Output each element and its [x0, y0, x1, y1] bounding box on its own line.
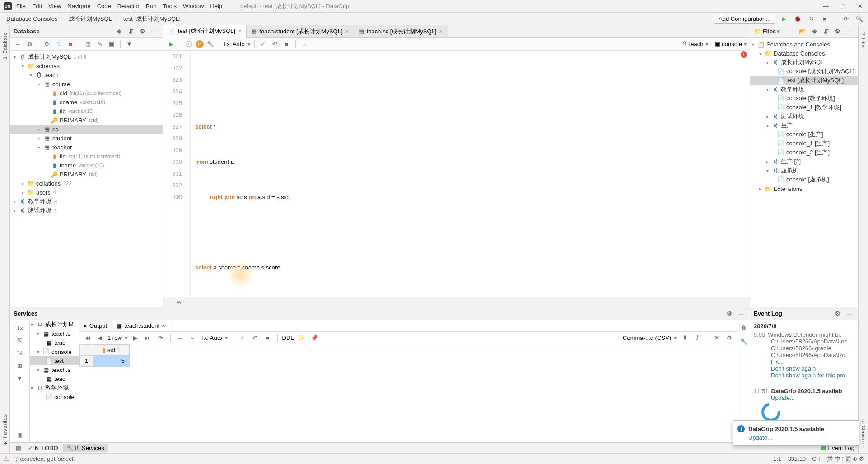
gear-icon[interactable]: ⚙: [138, 27, 148, 37]
explain-plan-icon[interactable]: P: [196, 40, 204, 48]
update-icon[interactable]: ⟳: [841, 14, 851, 24]
tx-dropdown[interactable]: Tx: Auto: [201, 334, 222, 341]
services-tab[interactable]: 🔧8: Services: [63, 444, 108, 452]
table-icon[interactable]: ▦: [83, 39, 93, 49]
code-editor[interactable]: ! 321 322 323 324 325 326 327 328 329 33…: [163, 51, 750, 297]
gear-icon[interactable]: ⚙: [724, 309, 734, 319]
tree-table-student[interactable]: ▸▦student: [10, 134, 163, 143]
menu-refactor[interactable]: Refactor: [117, 3, 140, 9]
tree-console-group[interactable]: ▾🛢生产: [750, 121, 858, 130]
ddl-button[interactable]: DDL: [282, 334, 294, 341]
export-icon[interactable]: ⤴: [692, 333, 702, 343]
collapse-icon[interactable]: ⇵: [126, 27, 136, 37]
new-icon[interactable]: ＋: [13, 39, 23, 49]
stop-icon[interactable]: ■: [820, 14, 830, 24]
breadcrumb-item[interactable]: Database Consoles: [4, 15, 60, 22]
execute-icon[interactable]: ▶: [166, 39, 176, 49]
commit-icon[interactable]: ✓: [238, 333, 247, 343]
tx-mode-dropdown[interactable]: Tx: Auto: [223, 41, 245, 47]
add-configuration-button[interactable]: Add Configuration...: [714, 14, 775, 24]
dont-show-link[interactable]: Don't show again: [771, 365, 816, 372]
tree-schemas[interactable]: ▾📁schemas: [10, 61, 163, 70]
files-tool-tab[interactable]: 2: Files: [860, 30, 867, 51]
commit-icon[interactable]: ✓: [258, 39, 268, 49]
gear-icon[interactable]: ⚙: [833, 27, 843, 37]
prev-icon[interactable]: ◀: [95, 333, 105, 343]
tree-console-file[interactable]: 📄console [生产]: [750, 130, 858, 139]
tree-datasource[interactable]: ▸🛢测试环境4: [10, 206, 163, 215]
tree-console-file[interactable]: 📄test [成长计划MySQL]: [750, 76, 858, 85]
tx-icon[interactable]: Tx: [15, 323, 25, 333]
tree-primary-key[interactable]: 🔑PRIMARY(cid): [10, 116, 163, 125]
collapse-icon[interactable]: ⇲: [15, 348, 25, 358]
stop-icon[interactable]: ■: [65, 39, 75, 49]
close-icon[interactable]: ×: [345, 28, 349, 35]
open-icon[interactable]: 📂: [798, 27, 807, 37]
tree-users[interactable]: ▸📁users4: [10, 188, 163, 197]
debug-icon[interactable]: 🐞: [793, 14, 803, 24]
next-icon[interactable]: ▶: [131, 333, 140, 343]
close-icon[interactable]: ×: [439, 28, 443, 35]
menu-view[interactable]: View: [48, 3, 61, 9]
filter-icon[interactable]: ▼: [124, 39, 134, 49]
popup-update-link[interactable]: Update...: [748, 434, 772, 441]
output-tab[interactable]: ▸Output: [79, 320, 112, 331]
hide-icon[interactable]: —: [736, 309, 746, 319]
view-icon[interactable]: 👁: [712, 333, 722, 343]
editor-tab[interactable]: ▦teach.sc [成长计划MySQL]×: [354, 25, 448, 37]
tree-scratches-root[interactable]: ▾📋Scratches and Consoles: [750, 40, 858, 49]
scratches-tree[interactable]: ▾📋Scratches and Consoles ▾📁Database Cons…: [750, 38, 858, 307]
ime-indicator[interactable]: 拼 中 ⁝ 简 ⊕ ⚙: [827, 455, 864, 463]
favorites-tool-tab[interactable]: ★ Favorites: [0, 412, 9, 449]
trash-icon[interactable]: 🗑: [739, 323, 749, 333]
export-format-dropdown[interactable]: Comma-...d (CSV): [623, 334, 671, 341]
result-grid[interactable]: ▮ sid ÷ 15: [79, 344, 737, 442]
first-icon[interactable]: ⏮: [82, 333, 92, 343]
tree-column[interactable]: ▮tidvarchar(10): [10, 107, 163, 116]
rollback-icon[interactable]: ↶: [270, 39, 280, 49]
tree-table-sc[interactable]: ▸▦sc: [10, 125, 163, 134]
tree-extensions[interactable]: ▸📁Extensions: [750, 184, 858, 193]
tree-console-file[interactable]: 📄console [成长计划MySQL]: [750, 67, 858, 76]
database-tool-tab[interactable]: 1: Database: [1, 30, 9, 62]
menu-file[interactable]: File: [16, 3, 26, 9]
preview-icon[interactable]: ✨: [297, 333, 307, 343]
schema-dropdown[interactable]: teach: [689, 41, 704, 47]
tree-table-course[interactable]: ▾▦course: [10, 79, 163, 88]
download-icon[interactable]: ⬇: [680, 333, 690, 343]
services-tree[interactable]: ▾🛢成长计划M ▾▦teach.s ▦teac ▾📄console 📄test …: [30, 320, 79, 442]
structure-tool-tab[interactable]: 7: Structure: [860, 418, 867, 449]
tree-collations[interactable]: ▸📁collations222: [10, 179, 163, 188]
toolwindow-icon[interactable]: ▦: [14, 443, 23, 453]
pin-icon[interactable]: 📌: [309, 333, 319, 343]
menu-edit[interactable]: Edit: [32, 3, 42, 9]
tree-datasource[interactable]: ▾🛢成长计划MySQL1 of 5: [10, 52, 163, 61]
menu-navigate[interactable]: Navigate: [67, 3, 90, 9]
tree-datasource[interactable]: ▸🛢教学环境9: [10, 197, 163, 206]
tree-console-file[interactable]: 📄console_1 [教学环境]: [750, 103, 858, 112]
close-icon[interactable]: ×: [162, 322, 165, 329]
close-button[interactable]: ✕: [856, 3, 864, 9]
tree-console-file[interactable]: 📄console [教学环境]: [750, 94, 858, 103]
wrench-icon[interactable]: 🔧: [739, 336, 749, 346]
tree-primary-key[interactable]: 🔑PRIMARY(tid): [10, 170, 163, 179]
tree-column[interactable]: ▮tnamevarchar(10): [10, 161, 163, 170]
collapse-icon[interactable]: ⇵: [821, 27, 831, 37]
history-icon[interactable]: 🕘: [184, 39, 194, 49]
tree-console-group[interactable]: ▸🛢生产 [2]: [750, 157, 858, 166]
last-icon[interactable]: ⏭: [143, 333, 153, 343]
menu-run[interactable]: Run: [146, 3, 157, 9]
gear-icon[interactable]: ⚙: [833, 309, 843, 319]
remove-row-icon[interactable]: －: [188, 333, 198, 343]
menu-window[interactable]: Window: [183, 3, 204, 9]
todo-tab[interactable]: ✔6: TODO: [28, 445, 58, 451]
editor-tab[interactable]: ▦teach.student [成长计划MySQL]×: [247, 25, 354, 37]
rerun-icon[interactable]: ↻: [806, 14, 816, 24]
tree-console-group[interactable]: ▾🛢成长计划MySQL: [750, 58, 858, 67]
fix-link[interactable]: Fix...: [771, 358, 784, 365]
sync-icon[interactable]: ⇅: [54, 39, 64, 49]
result-tab[interactable]: ▦teach.student×: [112, 320, 170, 331]
refresh-icon[interactable]: ⟳: [42, 39, 52, 49]
add-row-icon[interactable]: ＋: [175, 333, 185, 343]
dont-show-project-link[interactable]: Don't show again for this pro: [771, 372, 845, 379]
